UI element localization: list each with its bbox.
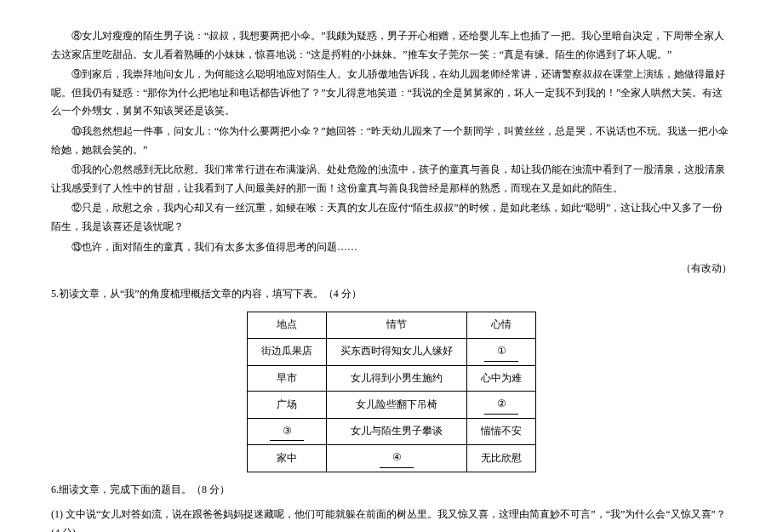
table-row: 街边瓜果店 买东西时得知女儿人缘好 ① xyxy=(248,338,536,365)
story-paragraph-11: ⑪我的心忽然感到无比欣慰。我们常常行进在布满漩涡、处处危险的浊流中，孩子的童真与… xyxy=(51,161,732,197)
question-6-1: (1) 文中说“女儿对答如流，说在跟爸爸妈妈捉迷藏呢，他们可能就躲在前面的树丛里… xyxy=(51,506,732,532)
table-row: 家中 ④ 无比欣慰 xyxy=(248,445,536,472)
table-cell: 早市 xyxy=(248,365,327,392)
table-cell: 街边瓜果店 xyxy=(248,338,327,365)
table-cell: 广场 xyxy=(248,392,327,419)
story-paragraph-12: ⑫只是，欣慰之余，我内心却又有一丝沉重，如鲠在喉：天真的女儿在应付“陌生叔叔”的… xyxy=(51,199,732,236)
table-cell: 买东西时得知女儿人缘好 xyxy=(327,338,467,365)
table-cell: 女儿与陌生男子攀谈 xyxy=(327,418,467,445)
table-cell: 心中为难 xyxy=(467,365,536,392)
source-note: （有改动） xyxy=(51,260,732,278)
table-row: 早市 女儿得到小男生施约 心中为难 xyxy=(248,365,536,392)
table-cell: 惴惴不安 xyxy=(467,418,536,445)
summary-table: 地点 情节 心情 街边瓜果店 买东西时得知女儿人缘好 ① 早市 女儿得到小男生施… xyxy=(247,312,536,472)
table-header-location: 地点 xyxy=(248,312,327,339)
table-header-mood: 心情 xyxy=(467,312,536,339)
story-paragraph-8: ⑧女儿对瘦瘦的陌生男子说：“叔叔，我想要两把小伞。”我颇为疑惑，男子开心相赠，还… xyxy=(51,27,732,64)
story-paragraph-13: ⑬也许，面对陌生的童真，我们有太多太多值得思考的问题…… xyxy=(51,238,732,257)
question-5: 5.初读文章，从“我”的角度梳理概括文章的内容，填写下表。（4 分） xyxy=(51,285,732,304)
table-cell: 家中 xyxy=(248,445,327,472)
table-row: ③ 女儿与陌生男子攀谈 惴惴不安 xyxy=(248,418,536,445)
table-cell: 女儿险些翻下吊椅 xyxy=(327,392,467,419)
table-cell: 女儿得到小男生施约 xyxy=(327,365,467,392)
table-cell: 无比欣慰 xyxy=(467,445,536,472)
table-cell-blank[interactable]: ④ xyxy=(327,445,467,472)
table-cell-blank[interactable]: ② xyxy=(467,392,536,419)
table-header-plot: 情节 xyxy=(327,312,467,339)
table-row: 广场 女儿险些翻下吊椅 ② xyxy=(248,392,536,419)
table-header-row: 地点 情节 心情 xyxy=(248,312,536,339)
table-cell-blank[interactable]: ① xyxy=(467,338,536,365)
question-6: 6.细读文章，完成下面的题目。（8 分） xyxy=(51,481,732,500)
story-paragraph-10: ⑩我忽然想起一件事，问女儿：“你为什么要两把小伞？”她回答：“昨天幼儿园来了一个… xyxy=(51,123,732,159)
story-paragraph-9: ⑨到家后，我崇拜地问女儿，为何能这么聪明地应对陌生人。女儿骄傲地告诉我，在幼儿园… xyxy=(51,66,732,121)
table-cell-blank[interactable]: ③ xyxy=(248,418,327,445)
